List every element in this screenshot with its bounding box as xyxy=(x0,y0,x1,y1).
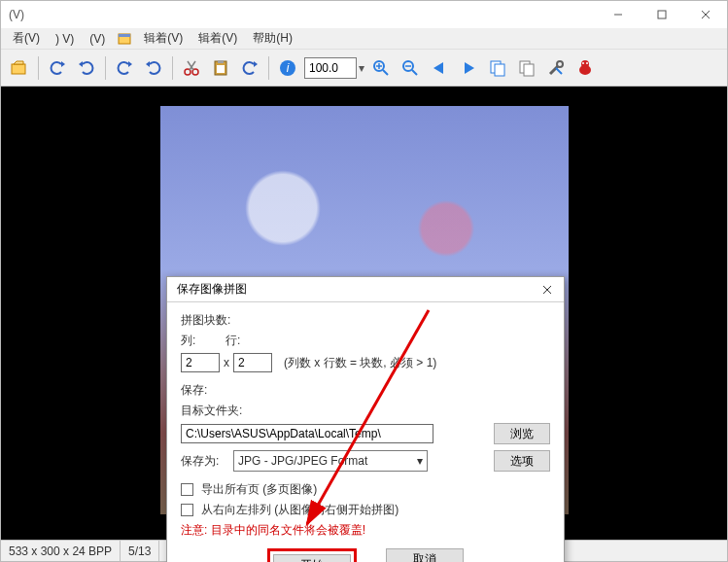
menu-5[interactable]: 帮助(H) xyxy=(247,28,298,49)
svg-point-36 xyxy=(557,61,563,67)
prev-icon[interactable] xyxy=(427,55,452,81)
menu-icon[interactable] xyxy=(115,31,134,47)
svg-rect-32 xyxy=(495,64,504,76)
svg-marker-8 xyxy=(61,61,65,67)
cancel-button[interactable]: 取消 xyxy=(386,548,464,562)
zoom-out-icon[interactable] xyxy=(398,55,423,81)
columns-input[interactable] xyxy=(181,353,220,372)
svg-line-37 xyxy=(556,68,562,74)
format-select[interactable]: JPG - JPG/JPEG Format ▾ xyxy=(233,450,428,472)
svg-marker-29 xyxy=(433,62,443,74)
cb1-row: 导出所有页 (多页图像) xyxy=(181,481,550,498)
warning-text: 注意: 目录中的同名文件将会被覆盖! xyxy=(181,522,550,539)
row-label: 行: xyxy=(225,333,266,349)
dialog-titlebar: 保存图像拼图 xyxy=(167,277,564,302)
svg-rect-5 xyxy=(119,34,130,37)
svg-rect-17 xyxy=(218,60,224,63)
close-button[interactable] xyxy=(683,1,727,28)
rtl-checkbox[interactable] xyxy=(181,504,193,516)
svg-point-39 xyxy=(581,60,589,68)
tilecount-label: 拼图块数: xyxy=(181,312,550,329)
svg-marker-30 xyxy=(465,62,474,74)
dialog-body: 拼图块数: 列: 行: x (列数 x 行数 = 块数, 必须 > 1) 保存:… xyxy=(167,302,564,562)
cb1-label: 导出所有页 (多页图像) xyxy=(201,481,317,498)
svg-marker-9 xyxy=(79,61,83,67)
open-icon[interactable] xyxy=(7,55,32,81)
menu-0[interactable]: 看(V) xyxy=(7,28,46,49)
dest-label: 目标文件夹: xyxy=(181,403,550,419)
svg-marker-19 xyxy=(254,61,258,67)
cb2-row: 从右向左排列 (从图像的右侧开始拼图) xyxy=(181,502,550,518)
menu-4[interactable]: 辑着(V) xyxy=(192,28,243,49)
copy-icon[interactable] xyxy=(485,55,510,81)
dest-row: 浏览 xyxy=(181,423,550,444)
separator xyxy=(38,56,39,80)
svg-marker-10 xyxy=(128,61,132,67)
menu-3[interactable]: 辑着(V) xyxy=(138,28,189,49)
col-row-row: 列: 行: xyxy=(181,333,550,349)
svg-text:i: i xyxy=(287,61,290,75)
saveas-label: 保存为: xyxy=(181,453,229,470)
menubar: 看(V) ) V) (V) 辑着(V) 辑着(V) 帮助(H) xyxy=(1,28,727,50)
svg-line-27 xyxy=(412,70,417,75)
next-icon[interactable] xyxy=(456,55,481,81)
dialog-close-button[interactable] xyxy=(537,280,558,299)
minimize-button[interactable] xyxy=(596,1,640,28)
app-window: (V) 看(V) ) V) (V) 辑着(V) 辑着(V) 帮助(H) i ▾ xyxy=(0,0,728,562)
svg-marker-7 xyxy=(14,61,23,64)
cut-icon[interactable] xyxy=(179,55,204,81)
tools-icon[interactable] xyxy=(543,55,569,81)
format-row: 保存为: JPG - JPG/JPEG Format ▾ 选项 xyxy=(181,450,550,472)
separator xyxy=(105,56,106,80)
zoom-input[interactable] xyxy=(304,57,357,79)
format-value: JPG - JPG/JPEG Format xyxy=(238,454,367,468)
svg-rect-34 xyxy=(524,64,534,76)
col-label: 列: xyxy=(181,333,222,349)
separator xyxy=(268,56,269,80)
separator xyxy=(172,56,173,80)
svg-marker-11 xyxy=(146,61,150,67)
save-label: 保存: xyxy=(181,382,550,399)
svg-point-41 xyxy=(586,62,588,64)
svg-point-40 xyxy=(582,62,584,64)
browse-button[interactable]: 浏览 xyxy=(494,423,550,444)
toolbar: i ▾ xyxy=(1,50,727,87)
copy2-icon[interactable] xyxy=(514,55,539,81)
svg-rect-6 xyxy=(12,64,25,74)
dest-folder-input[interactable] xyxy=(181,424,433,443)
menu-1[interactable]: ) V) xyxy=(50,30,80,48)
cb2-label: 从右向左排列 (从图像的右侧开始拼图) xyxy=(201,502,399,518)
maximize-button[interactable] xyxy=(640,1,683,28)
canvas-area: 保存图像拼图 拼图块数: 列: 行: x (列数 x 行数 = 块数, 必须 >… xyxy=(1,87,727,540)
undo3-icon[interactable] xyxy=(237,55,262,81)
col-row-inputs: x (列数 x 行数 = 块数, 必须 > 1) xyxy=(181,353,550,372)
svg-rect-18 xyxy=(217,65,225,73)
start-highlight: 开始 xyxy=(267,548,357,562)
zoom-dropdown-icon[interactable]: ▾ xyxy=(359,61,364,75)
redo-icon[interactable] xyxy=(74,55,99,81)
mascot-icon[interactable] xyxy=(572,55,598,81)
undo-icon[interactable] xyxy=(45,55,70,81)
window-title: (V) xyxy=(9,8,24,21)
status-dimensions: 533 x 300 x 24 BPP xyxy=(1,541,121,561)
export-all-checkbox[interactable] xyxy=(181,483,193,496)
x-label: x xyxy=(224,356,229,369)
titlebar: (V) xyxy=(1,1,727,28)
redo2-icon[interactable] xyxy=(141,55,166,81)
options-button[interactable]: 选项 xyxy=(494,450,550,472)
menu-2[interactable]: (V) xyxy=(84,30,111,48)
status-page: 5/13 xyxy=(121,541,159,561)
tile-hint: (列数 x 行数 = 块数, 必须 > 1) xyxy=(284,355,436,371)
dialog-actions: 开始 取消 xyxy=(181,548,550,562)
save-tile-dialog: 保存图像拼图 拼图块数: 列: 行: x (列数 x 行数 = 块数, 必须 >… xyxy=(166,276,565,562)
svg-rect-1 xyxy=(658,11,666,18)
info-icon[interactable]: i xyxy=(275,55,300,81)
rows-input[interactable] xyxy=(233,353,272,372)
window-buttons xyxy=(596,1,727,28)
zoom-in-icon[interactable] xyxy=(368,55,394,81)
chevron-down-icon: ▾ xyxy=(417,454,423,468)
paste-icon[interactable] xyxy=(208,55,233,81)
start-button[interactable]: 开始 xyxy=(273,554,351,562)
dialog-title: 保存图像拼图 xyxy=(177,281,247,298)
undo2-icon[interactable] xyxy=(112,55,137,81)
